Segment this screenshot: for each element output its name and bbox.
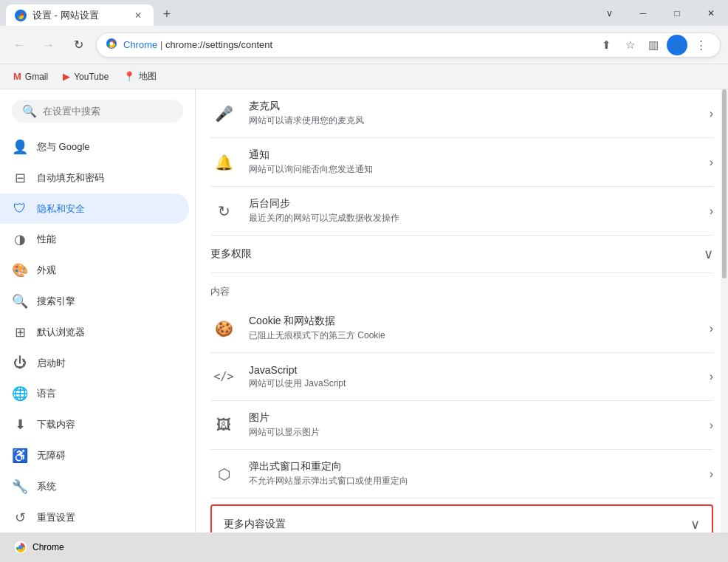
sidebar: 🔍 👤 您与 Google ⊟ 自动填充和密码 🛡 隐私和安全 ◑ 性能 🎨 外…	[0, 89, 196, 562]
new-tab-button[interactable]: +	[157, 4, 177, 24]
popups-arrow: ›	[710, 467, 713, 481]
sidebar-item-appearance[interactable]: 🎨 外观	[0, 255, 189, 286]
background-sync-text: 后台同步 最近关闭的网站可以完成数据收发操作	[249, 197, 704, 225]
autofill-icon: ⊟	[12, 170, 28, 186]
sidebar-label-performance: 性能	[37, 233, 56, 246]
address-text: Chrome | chrome://settings/content	[123, 39, 590, 50]
taskbar-chrome-label: Chrome	[32, 542, 64, 552]
bookmark-youtube[interactable]: ▶ YouTube	[57, 68, 114, 85]
images-text: 图片 网站可以显示图片	[249, 411, 704, 439]
sidebar-item-browser[interactable]: ⊞ 默认浏览器	[0, 317, 189, 348]
downloads-icon: ⬇	[12, 417, 28, 433]
images-title: 图片	[249, 411, 704, 425]
share-button[interactable]: ⬆	[596, 35, 617, 55]
accessibility-icon: ♿	[12, 448, 28, 464]
microphone-icon: 🎤	[215, 105, 233, 123]
notifications-item[interactable]: 🔔 通知 网站可以询问能否向您发送通知 ›	[210, 138, 713, 187]
chevron-button[interactable]: ∨	[592, 0, 626, 26]
minimize-button[interactable]: ─	[626, 0, 660, 26]
sidebar-item-downloads[interactable]: ⬇ 下载内容	[0, 409, 189, 440]
svg-point-4	[18, 545, 23, 549]
sidebar-item-accessibility[interactable]: ♿ 无障碍	[0, 440, 189, 471]
maximize-button[interactable]: □	[660, 0, 694, 26]
background-sync-item[interactable]: ↻ 后台同步 最近关闭的网站可以完成数据收发操作 ›	[210, 187, 713, 236]
images-desc: 网站可以显示图片	[249, 426, 704, 439]
sidebar-item-autofill[interactable]: ⊟ 自动填充和密码	[0, 162, 189, 193]
reader-mode-button[interactable]: ▥	[643, 35, 664, 55]
cookies-desc: 已阻止无痕模式下的第三方 Cookie	[249, 329, 704, 342]
close-button[interactable]: ✕	[694, 0, 728, 26]
images-icon-wrapper: 🖼	[210, 412, 237, 439]
search-input[interactable]	[43, 106, 173, 117]
chrome-icon	[106, 38, 117, 52]
performance-icon: ◑	[12, 231, 28, 247]
sidebar-label-search: 搜索引擎	[37, 295, 75, 308]
javascript-item[interactable]: </> JavaScript 网站可以使用 JavaScript ›	[210, 353, 713, 401]
active-tab[interactable]: 设置 - 网站设置 ✕	[6, 4, 154, 26]
microphone-text: 麦克风 网站可以请求使用您的麦克风	[249, 100, 704, 127]
sidebar-item-performance[interactable]: ◑ 性能	[0, 224, 189, 255]
scrollbar-thumb[interactable]	[722, 89, 727, 278]
svg-point-2	[110, 42, 114, 46]
microphone-item[interactable]: 🎤 麦克风 网站可以请求使用您的麦克风 ›	[210, 89, 713, 138]
images-arrow: ›	[710, 419, 713, 432]
sidebar-item-google[interactable]: 👤 您与 Google	[0, 131, 189, 162]
notifications-text: 通知 网站可以询问能否向您发送通知	[249, 148, 704, 176]
chevron-down-icon: ∨	[704, 246, 713, 262]
tab-bar: 设置 - 网站设置 ✕ +	[6, 0, 177, 26]
reset-icon: ↺	[12, 510, 28, 526]
cookies-item[interactable]: 🍪 Cookie 和网站数据 已阻止无痕模式下的第三方 Cookie ›	[210, 304, 713, 353]
taskbar-chrome-icon	[13, 540, 28, 555]
sidebar-item-reset[interactable]: ↺ 重置设置	[0, 502, 189, 533]
background-sync-desc: 最近关闭的网站可以完成数据收发操作	[249, 212, 704, 225]
search-engine-icon: 🔍	[12, 293, 28, 309]
images-item[interactable]: 🖼 图片 网站可以显示图片 ›	[210, 401, 713, 450]
bookmark-maps[interactable]: 📍 地图	[117, 67, 162, 86]
more-content-settings-label: 更多内容设置	[224, 518, 690, 531]
search-icon: 🔍	[22, 104, 37, 118]
javascript-title: JavaScript	[249, 364, 704, 376]
language-icon: 🌐	[12, 385, 28, 402]
shield-icon: 🛡	[12, 201, 28, 216]
refresh-button[interactable]: ↻	[66, 33, 90, 57]
popups-item[interactable]: ⬡ 弹出式窗口和重定向 不允许网站显示弹出式窗口或使用重定向 ›	[210, 450, 713, 498]
menu-button[interactable]: ⋮	[690, 35, 711, 55]
sidebar-label-autofill: 自动填充和密码	[37, 171, 104, 185]
content-inner: 🎤 麦克风 网站可以请求使用您的麦克风 › 🔔 通知 网站可以询问能否向您发送通…	[196, 89, 728, 544]
background-sync-icon-wrapper: ↻	[210, 198, 237, 225]
startup-icon: ⏻	[12, 355, 28, 371]
bookmarks-bar: M Gmail ▶ YouTube 📍 地图	[0, 64, 728, 89]
sidebar-item-search[interactable]: 🔍 搜索引擎	[0, 286, 189, 317]
bookmark-gmail-label: Gmail	[25, 72, 48, 82]
back-button[interactable]: ←	[7, 33, 31, 57]
background-sync-title: 后台同步	[249, 197, 704, 210]
taskbar-chrome-item[interactable]: Chrome	[6, 537, 72, 558]
javascript-text: JavaScript 网站可以使用 JavaScript	[249, 364, 704, 390]
protocol-label: Chrome	[123, 39, 157, 50]
profile-button[interactable]: 👤	[667, 35, 687, 55]
address-box[interactable]: Chrome | chrome://settings/content ⬆ ☆ ▥…	[96, 32, 721, 58]
sidebar-item-system[interactable]: 🔧 系统	[0, 471, 189, 502]
scrollbar-track[interactable]	[721, 89, 728, 562]
sidebar-item-language[interactable]: 🌐 语言	[0, 378, 189, 409]
sidebar-item-privacy[interactable]: 🛡 隐私和安全	[0, 193, 189, 224]
cookies-arrow: ›	[710, 322, 713, 335]
javascript-arrow: ›	[710, 370, 713, 383]
content-section-header: 内容	[210, 273, 713, 304]
main-content: 🔍 👤 您与 Google ⊟ 自动填充和密码 🛡 隐私和安全 ◑ 性能 🎨 外…	[0, 89, 728, 562]
sidebar-item-startup[interactable]: ⏻ 启动时	[0, 348, 189, 378]
gmail-icon: M	[13, 71, 21, 82]
bookmark-youtube-label: YouTube	[74, 72, 109, 82]
browser-icon: ⊞	[12, 324, 28, 340]
javascript-icon: </>	[213, 370, 233, 383]
bookmark-gmail[interactable]: M Gmail	[7, 68, 54, 85]
sync-icon: ↻	[218, 202, 230, 220]
more-permissions-section[interactable]: 更多权限 ∨	[210, 236, 713, 273]
popups-desc: 不允许网站显示弹出式窗口或使用重定向	[249, 475, 704, 487]
tab-close-button[interactable]: ✕	[131, 9, 145, 22]
forward-button[interactable]: →	[37, 33, 61, 57]
bookmark-button[interactable]: ☆	[619, 35, 640, 55]
sidebar-label-startup: 启动时	[37, 357, 66, 370]
window-controls: ∨ ─ □ ✕	[592, 0, 728, 26]
taskbar: Chrome	[0, 532, 728, 562]
